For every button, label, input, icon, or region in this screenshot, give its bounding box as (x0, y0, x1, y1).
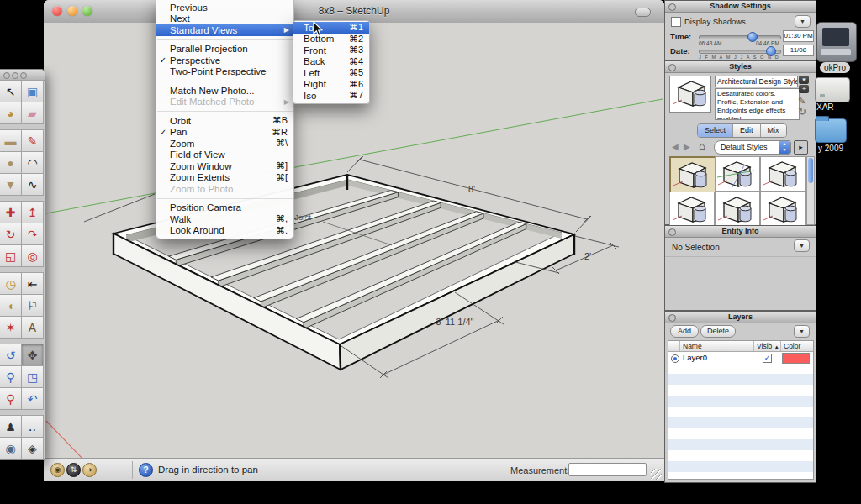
current-layer-radio[interactable] (671, 354, 679, 363)
palette-zoom-button[interactable] (20, 72, 27, 79)
submenu-item-right[interactable]: Right⌘6 (293, 79, 369, 91)
paint-bucket-tool[interactable]: ◕ (0, 102, 22, 124)
menu-item-walk[interactable]: Walk⌘, (156, 213, 293, 225)
styles-collection-dropdown[interactable]: Default Styles ▲▼ (714, 140, 791, 155)
external-drive-label[interactable]: XAR (816, 102, 834, 112)
text-tool[interactable]: ⚐ (21, 294, 44, 317)
style-jump-icon[interactable]: ▸ (794, 140, 808, 155)
menu-item-parallel-projection[interactable]: Parallel Projection (156, 44, 293, 55)
style-name-field[interactable]: Architectural Design Style (715, 76, 798, 87)
external-drive-icon[interactable] (815, 77, 850, 102)
zoom-tool[interactable]: ⚲ (0, 365, 22, 388)
make-component-tool[interactable]: ▣ (21, 80, 44, 102)
palette-minimize-button[interactable] (12, 72, 18, 79)
menu-item-orbit[interactable]: Orbit⌘B (156, 115, 293, 127)
protractor-tool[interactable]: ◖ (0, 294, 22, 317)
eraser-tool[interactable]: ▰ (21, 102, 44, 124)
style-thumbnail-selected[interactable] (669, 156, 716, 193)
line-tool[interactable]: ✎ (21, 129, 44, 152)
panel-close-icon[interactable] (668, 314, 676, 322)
palette-close-button[interactable] (3, 72, 10, 79)
freehand-tool[interactable]: ∿ (21, 173, 44, 196)
tab-select[interactable]: Select (698, 124, 733, 137)
submenu-item-back[interactable]: Back⌘4 (293, 56, 369, 68)
axes-tool[interactable]: ✶ (0, 316, 22, 339)
panel-close-icon[interactable] (668, 64, 676, 71)
panel-close-icon[interactable] (668, 3, 676, 11)
tab-edit[interactable]: Edit (733, 124, 761, 137)
circle-tool[interactable]: ● (0, 151, 22, 174)
arc-tool[interactable]: ◠ (21, 151, 44, 174)
style-thumbnail[interactable] (715, 156, 760, 192)
polygon-tool[interactable]: ▼ (0, 173, 22, 196)
detail-toggle-button[interactable]: ▼ (794, 325, 810, 338)
style-description-field[interactable]: Desaturated colors. Profile, Extension a… (715, 88, 800, 120)
style-thumbnail[interactable] (760, 156, 806, 192)
column-header-visible[interactable]: Visib ▲ (754, 341, 781, 351)
scale-tool[interactable]: ◱ (0, 244, 22, 267)
menu-item-standard-views[interactable]: Standard Views▶ (156, 24, 293, 36)
rotate-tool[interactable]: ↻ (0, 223, 22, 245)
folder-icon[interactable] (815, 118, 847, 143)
credits-icon[interactable]: ⇅ (66, 463, 81, 477)
submenu-item-bottom[interactable]: Bottom⌘2 (293, 34, 369, 45)
move-tool[interactable]: ✚ (0, 201, 22, 223)
menu-item-position-camera[interactable]: Position Camera (156, 202, 293, 214)
menu-item-pan[interactable]: ✓Pan⌘R (156, 127, 293, 139)
display-shadows-checkbox[interactable] (671, 17, 681, 27)
zoom-extents-tool[interactable]: ⚲ (0, 387, 22, 410)
walk-tool[interactable]: ‥ (21, 415, 44, 438)
detach-style-button[interactable]: ▾ (799, 76, 809, 84)
offset-tool[interactable]: ◎ (21, 244, 44, 267)
resize-grip[interactable] (651, 469, 662, 480)
submenu-item-iso[interactable]: Iso⌘7 (293, 90, 369, 102)
menu-item-zoom-window[interactable]: Zoom Window⌘] (156, 160, 293, 172)
styles-scrollbar[interactable] (806, 156, 815, 225)
scrollbar-thumb[interactable] (808, 158, 813, 183)
submenu-item-left[interactable]: Left⌘5 (293, 67, 369, 79)
geolocation-icon[interactable]: ◉ (50, 463, 65, 477)
detail-toggle-button[interactable]: ▼ (794, 239, 810, 252)
layer-color-swatch[interactable] (782, 353, 810, 364)
dropdown-stepper-icon[interactable]: ▲▼ (779, 141, 790, 154)
folder-label[interactable]: y 2009 (818, 144, 843, 153)
position-camera-tool[interactable]: ♟ (0, 415, 22, 438)
claim-icon[interactable]: ◑ (82, 463, 97, 477)
layer-row[interactable]: Layer0 ✓ (668, 352, 813, 363)
date-value-field[interactable]: 11/08 (783, 45, 814, 56)
macbook-disk-icon[interactable] (816, 22, 857, 62)
push-pull-tool[interactable]: ↥ (21, 201, 44, 223)
menu-item-previous[interactable]: Previous (156, 2, 293, 13)
menu-item-next[interactable]: Next (156, 13, 293, 25)
zoom-window-tool[interactable]: ◳ (21, 365, 44, 388)
pan-tool[interactable]: ✥ (21, 344, 44, 366)
refresh-styles-icon[interactable]: ↻ (798, 106, 806, 118)
menu-item-zoom-extents[interactable]: Zoom Extents⌘[ (156, 172, 293, 184)
delete-layer-button[interactable]: Delete (700, 325, 736, 338)
forward-arrow-icon[interactable]: ▶ (684, 142, 690, 151)
back-arrow-icon[interactable]: ◀ (672, 142, 679, 151)
help-icon[interactable]: ? (139, 463, 153, 477)
time-value-field[interactable]: 01:30 PM (783, 30, 814, 42)
tab-mix[interactable]: Mix (761, 124, 786, 137)
panel-close-icon[interactable] (668, 228, 676, 236)
layer-name[interactable]: Layer0 (680, 352, 754, 363)
menu-item-two-point-perspective[interactable]: Two-Point Perspective (156, 66, 293, 78)
follow-me-tool[interactable]: ↷ (21, 223, 44, 245)
menu-item-match-new-photo[interactable]: Match New Photo... (156, 85, 293, 97)
look-around-tool[interactable]: ◉ (0, 437, 22, 459)
time-slider[interactable] (699, 35, 781, 39)
menu-item-perspective[interactable]: ✓Perspective (156, 55, 293, 66)
column-header-name[interactable]: Name (680, 341, 754, 351)
dimension-tool[interactable]: ⇤ (21, 272, 44, 295)
column-header-color[interactable]: Color (781, 341, 811, 351)
orbit-tool[interactable]: ↺ (0, 344, 22, 366)
style-thumbnail[interactable] (669, 192, 715, 227)
menu-item-field-of-view[interactable]: Field of View (156, 150, 293, 161)
submenu-item-front[interactable]: Front⌘3 (293, 45, 369, 56)
select-tool[interactable]: ↖ (0, 80, 22, 102)
add-layer-button[interactable]: Add (670, 325, 699, 338)
add-style-button[interactable]: + (799, 85, 809, 93)
tape-measure-tool[interactable]: ◷ (0, 272, 22, 295)
submenu-item-top[interactable]: Top⌘1 (293, 22, 369, 34)
